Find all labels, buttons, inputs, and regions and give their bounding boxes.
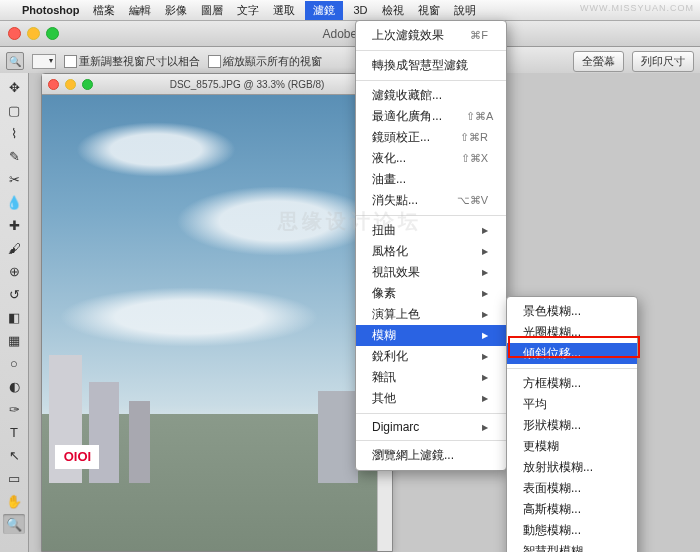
menu-file[interactable]: 檔案 (93, 3, 115, 18)
menu-type[interactable]: 文字 (237, 3, 259, 18)
blur-item-11[interactable]: 智慧型模糊... (507, 541, 637, 552)
brush-tool[interactable]: 🖌 (3, 238, 25, 258)
eyedropper-tool[interactable]: 💧 (3, 192, 25, 212)
blur-item-4[interactable]: 平均 (507, 394, 637, 415)
blur-item-9[interactable]: 高斯模糊... (507, 499, 637, 520)
options-bar: 🔍 重新調整視窗尺寸以相合 縮放顯示所有的視窗 全螢幕 列印尺寸 (0, 47, 700, 76)
menu-sharpen[interactable]: 銳利化 (356, 346, 506, 367)
zoom-window-button[interactable] (46, 27, 59, 40)
menu-browse-online[interactable]: 瀏覽網上濾鏡... (356, 445, 506, 466)
print-size-button[interactable]: 列印尺寸 (632, 51, 694, 72)
minimize-window-button[interactable] (27, 27, 40, 40)
menu-noise[interactable]: 雜訊 (356, 367, 506, 388)
zoom-tool[interactable]: 🔍 (3, 514, 25, 534)
menu-pixelate[interactable]: 像素 (356, 283, 506, 304)
menu-blur[interactable]: 模糊 (356, 325, 506, 346)
menu-view[interactable]: 檢視 (382, 3, 404, 18)
lasso-tool[interactable]: ⌇ (3, 123, 25, 143)
hand-tool[interactable]: ✋ (3, 491, 25, 511)
menu-stylize[interactable]: 風格化 (356, 241, 506, 262)
menu-3d[interactable]: 3D (353, 4, 367, 16)
menu-help[interactable]: 說明 (454, 3, 476, 18)
menu-photoshop[interactable]: Photoshop (22, 4, 79, 16)
menu-layer[interactable]: 圖層 (201, 3, 223, 18)
close-window-button[interactable] (8, 27, 21, 40)
quick-select-tool[interactable]: ✎ (3, 146, 25, 166)
zoom-all-windows-checkbox[interactable]: 縮放顯示所有的視窗 (208, 54, 322, 69)
doc-minimize-button[interactable] (65, 79, 76, 90)
blur-item-3[interactable]: 方框模糊... (507, 373, 637, 394)
blur-item-5[interactable]: 形狀模糊... (507, 415, 637, 436)
marquee-tool[interactable]: ▢ (3, 100, 25, 120)
menu-last-filter[interactable]: 上次濾鏡效果⌘F (356, 25, 506, 46)
menu-video[interactable]: 視訊效果 (356, 262, 506, 283)
move-tool[interactable]: ✥ (3, 77, 25, 97)
fullscreen-button[interactable]: 全螢幕 (573, 51, 624, 72)
menu-edit[interactable]: 編輯 (129, 3, 151, 18)
doc-close-button[interactable] (48, 79, 59, 90)
menu-oil-paint[interactable]: 油畫... (356, 169, 506, 190)
history-brush-tool[interactable]: ↺ (3, 284, 25, 304)
type-tool[interactable]: T (3, 422, 25, 442)
watermark-url: WWW.MISSYUAN.COM (580, 3, 694, 13)
document-canvas[interactable]: OIOI (42, 95, 378, 551)
menu-lens-correction[interactable]: 鏡頭校正...⇧⌘R (356, 127, 506, 148)
app-window-chrome: Adobe Photoshop CS6 (0, 21, 700, 47)
shape-tool[interactable]: ▭ (3, 468, 25, 488)
stamp-tool[interactable]: ⊕ (3, 261, 25, 281)
dodge-tool[interactable]: ◐ (3, 376, 25, 396)
building-sign: OIOI (55, 445, 99, 469)
menu-select[interactable]: 選取 (273, 3, 295, 18)
window-traffic-lights (8, 27, 59, 40)
zoom-tool-icon: 🔍 (6, 52, 24, 70)
doc-zoom-button[interactable] (82, 79, 93, 90)
resize-windows-checkbox[interactable]: 重新調整視窗尺寸以相合 (64, 54, 200, 69)
menu-adaptive-wide[interactable]: 最適化廣角...⇧⌘A (356, 106, 506, 127)
document-title: DSC_8575.JPG @ 33.3% (RGB/8) (108, 79, 386, 90)
path-select-tool[interactable]: ↖ (3, 445, 25, 465)
zoom-mode-dropdown[interactable] (32, 54, 56, 69)
crop-tool[interactable]: ✂ (3, 169, 25, 189)
blur-item-8[interactable]: 表面模糊... (507, 478, 637, 499)
menu-filter[interactable]: 濾鏡 (305, 1, 343, 20)
menu-liquify[interactable]: 液化...⇧⌘X (356, 148, 506, 169)
healing-tool[interactable]: ✚ (3, 215, 25, 235)
document-titlebar[interactable]: DSC_8575.JPG @ 33.3% (RGB/8) (42, 74, 392, 95)
pen-tool[interactable]: ✑ (3, 399, 25, 419)
menu-window[interactable]: 視窗 (418, 3, 440, 18)
eraser-tool[interactable]: ◧ (3, 307, 25, 327)
menu-vanishing-point[interactable]: 消失點...⌥⌘V (356, 190, 506, 211)
blur-item-1[interactable]: 光圈模糊... (507, 322, 637, 343)
menu-other[interactable]: 其他 (356, 388, 506, 409)
blur-submenu: 景色模糊...光圈模糊...傾斜位移...方框模糊...平均形狀模糊...更模糊… (506, 296, 638, 552)
blur-item-6[interactable]: 更模糊 (507, 436, 637, 457)
menu-convert-smart[interactable]: 轉換成智慧型濾鏡 (356, 55, 506, 76)
menu-image[interactable]: 影像 (165, 3, 187, 18)
blur-item-0[interactable]: 景色模糊... (507, 301, 637, 322)
tools-panel: ✥ ▢ ⌇ ✎ ✂ 💧 ✚ 🖌 ⊕ ↺ ◧ ▦ ○ ◐ ✑ T ↖ ▭ ✋ 🔍 (0, 73, 29, 552)
menu-render[interactable]: 演算上色 (356, 304, 506, 325)
menu-digimarc[interactable]: Digimarc (356, 418, 506, 436)
filter-menu: 上次濾鏡效果⌘F 轉換成智慧型濾鏡 濾鏡收藏館... 最適化廣角...⇧⌘A 鏡… (355, 20, 507, 471)
document-window: DSC_8575.JPG @ 33.3% (RGB/8) OIOI (41, 73, 393, 552)
menu-filter-gallery[interactable]: 濾鏡收藏館... (356, 85, 506, 106)
blur-item-2[interactable]: 傾斜位移... (507, 343, 637, 364)
menu-distort[interactable]: 扭曲 (356, 220, 506, 241)
gradient-tool[interactable]: ▦ (3, 330, 25, 350)
blur-item-7[interactable]: 放射狀模糊... (507, 457, 637, 478)
blur-tool[interactable]: ○ (3, 353, 25, 373)
blur-item-10[interactable]: 動態模糊... (507, 520, 637, 541)
